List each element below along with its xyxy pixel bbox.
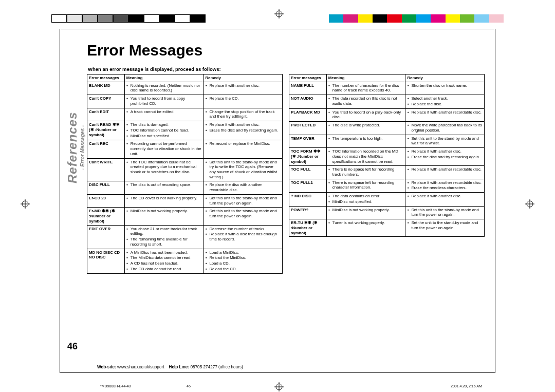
meaning-cell: The number of characters for the disc na… xyxy=(326,82,405,95)
th-error: Error messages xyxy=(289,74,327,82)
registration-mark-right xyxy=(525,199,534,210)
remedy-cell: Load a MiniDisc.Reload the MiniDisc.Load… xyxy=(203,249,283,273)
table-row: BLANK MDNothing is recorded. (Neither mu… xyxy=(87,82,283,95)
error-code: TOC FULL1 xyxy=(289,179,327,192)
remedy-cell: Replace it with another disc. xyxy=(405,193,485,206)
content-area: Error Messages When an error message is … xyxy=(87,42,485,355)
meaning-cell: Nothing is recorded. (Neither music nor … xyxy=(124,82,203,95)
page-frame: References - Error Messages - 46 Error M… xyxy=(60,29,495,373)
meaning-cell: Recording cannot be performed correctly … xyxy=(124,140,203,158)
remedy-cell: Set this unit to the stand-by mode and w… xyxy=(405,135,485,147)
meaning-cell: The CD cover is not working properly. xyxy=(124,194,203,207)
meaning-cell: You chose 21 or more tracks for track ed… xyxy=(124,225,203,249)
print-page: References - Error Messages - 46 Error M… xyxy=(0,0,555,392)
error-code: Can't COPY xyxy=(87,95,125,108)
remedy-cell: Set the unit to the stand-by mode and tu… xyxy=(405,219,485,237)
registration-mark-top xyxy=(274,9,284,20)
remedy-cell: Move the write protection tab back to it… xyxy=(405,122,485,135)
table-row: PLAYBACK MDYou tried to record on a play… xyxy=(289,108,485,121)
table-row: NAME FULLThe number of characters for th… xyxy=(289,82,485,95)
error-code: EDIT OVER xyxy=(87,225,125,249)
remedy-cell: Set this unit to the stand-by mode and t… xyxy=(405,206,485,219)
table-row: POWER?MiniDisc is not working properly.S… xyxy=(289,206,485,219)
web-label: Web-site: xyxy=(97,365,116,369)
table-row: EDIT OVERYou chose 21 or more tracks for… xyxy=(87,225,283,249)
error-code: POWER? xyxy=(289,206,327,219)
table-row: Can't READ ✱✱ (✱ :Number or symbol)The d… xyxy=(87,121,283,140)
remedy-cell: Set this unit to the stand-by mode and t… xyxy=(203,158,283,181)
error-code: MD NO DISC CD NO DISC xyxy=(87,249,125,273)
intro-text: When an error message is displayed, proc… xyxy=(88,66,485,72)
remedy-cell: Replace it with another recordable disc. xyxy=(405,108,485,121)
error-code: TOC FORM ✱✱ (✱ :Number or symbol) xyxy=(289,148,327,166)
table-row: TOC FORM ✱✱ (✱ :Number or symbol)TOC inf… xyxy=(289,148,485,166)
error-code: NAME FULL xyxy=(289,82,327,95)
error-code: TOC FULL xyxy=(289,166,327,179)
error-code: TEMP OVER xyxy=(289,135,327,147)
th-meaning: Meaning xyxy=(326,74,405,82)
error-code: ? MD DISC xyxy=(289,193,327,206)
table-row: MD NO DISC CD NO DISCA MiniDisc has not … xyxy=(87,249,283,273)
table-row: TOC FULLThere is no space left for recor… xyxy=(289,166,485,179)
meaning-cell: The data contains an error.MiniDisc not … xyxy=(326,193,405,206)
meaning-cell: The data recorded on this disc is not au… xyxy=(326,95,405,108)
error-table-right: Error messages Meaning Remedy NAME FULLT… xyxy=(289,74,485,237)
meaning-cell: The disc is out of recording space. xyxy=(124,181,203,194)
meaning-cell: There is no space left for recording tra… xyxy=(326,166,405,179)
error-code: PLAYBACK MD xyxy=(289,108,327,121)
table-row: TOC FULL1There is no space left for reco… xyxy=(289,179,485,192)
error-code: Can't EDIT xyxy=(87,108,125,121)
remedy-cell: Shorten the disc or track name. xyxy=(405,82,485,95)
table-row: Can't COPYYou tried to record from a cop… xyxy=(87,95,283,108)
section-subtitle: - Error Messages - xyxy=(80,112,85,183)
table-row: PROTECTEDThe disc is write protected.Mov… xyxy=(289,122,485,135)
table-row: Er-MD ✱✱ (✱ :Number or symbol)MiniDisc i… xyxy=(87,208,283,225)
table-row: ER-TU ✱✱ (✱ :Number or symbol)Tuner is n… xyxy=(289,219,485,237)
meaning-cell: A track cannot be edited. xyxy=(124,108,203,121)
table-row: Can't RECRecording cannot be performed c… xyxy=(87,140,283,158)
meaning-cell: The temperature is too high. xyxy=(326,135,405,147)
remedy-cell: Change the stop position of the track an… xyxy=(203,108,283,121)
error-code: Can't READ ✱✱ (✱ :Number or symbol) xyxy=(87,121,125,140)
table-row: ? MD DISCThe data contains an error.Mini… xyxy=(289,193,485,206)
meaning-cell: A MiniDisc has not been loaded.The MiniD… xyxy=(124,249,203,273)
helpline-number: 08705 274277 (office hours) xyxy=(190,365,243,369)
table-row: DISC FULLThe disc is out of recording sp… xyxy=(87,181,283,194)
remedy-cell: Re-record or replace the MiniDisc. xyxy=(203,140,283,158)
th-meaning: Meaning xyxy=(124,74,203,82)
section-title: References xyxy=(65,112,79,183)
meaning-cell: MiniDisc is not working properly. xyxy=(326,206,405,219)
registration-mark-left xyxy=(21,199,30,210)
left-column: Error messages Meaning Remedy BLANK MDNo… xyxy=(87,74,283,274)
remedy-cell: Replace it with another disc. xyxy=(203,82,283,95)
meaning-cell: There is no space left for recording cha… xyxy=(326,179,405,192)
error-code: DISC FULL xyxy=(87,181,125,194)
colorbar-grayscale xyxy=(51,14,206,23)
remedy-cell: Decrease the number of tracks.Replace it… xyxy=(203,225,283,249)
th-error: Error messages xyxy=(87,74,125,82)
meaning-cell: TOC information recorded on the MD does … xyxy=(326,148,405,166)
meaning-cell: You tried to record on a play-back-only … xyxy=(326,108,405,121)
remedy-cell: Set this unit to the stand-by mode and t… xyxy=(203,208,283,225)
table-row: Can't EDITA track cannot be edited.Chang… xyxy=(87,108,283,121)
remedy-cell: Replace it with another recordable disc.… xyxy=(405,179,485,192)
web-url: www.sharp.co.uk/support xyxy=(117,365,164,369)
table-row: NOT AUDIOThe data recorded on this disc … xyxy=(289,95,485,108)
error-code: Er-MD ✱✱ (✱ :Number or symbol) xyxy=(87,208,125,225)
print-slug-file: *MD9000H-E44-48 xyxy=(100,384,131,388)
columns: Error messages Meaning Remedy BLANK MDNo… xyxy=(87,74,485,274)
error-code: PROTECTED xyxy=(289,122,327,135)
remedy-cell: Replace the disc with another recordable… xyxy=(203,181,283,194)
error-code: NOT AUDIO xyxy=(289,95,327,108)
meaning-cell: The disc is damaged.TOC information cann… xyxy=(124,121,203,140)
error-code: Can't WRITE xyxy=(87,158,125,181)
page-number: 46 xyxy=(67,341,78,352)
page-footer: Web-site: www.sharp.co.uk/support Help L… xyxy=(97,365,243,369)
helpline-label: Help Line: xyxy=(169,365,190,369)
registration-mark-bottom xyxy=(274,382,284,392)
remedy-cell: Replace it with another recordable disc. xyxy=(405,166,485,179)
remedy-cell: Select another track.Replace the disc. xyxy=(405,95,485,108)
section-tab: References - Error Messages - xyxy=(65,112,85,183)
meaning-cell: The disc is write protected. xyxy=(326,122,405,135)
remedy-cell: Set this unit to the stand-by mode and t… xyxy=(203,194,283,207)
